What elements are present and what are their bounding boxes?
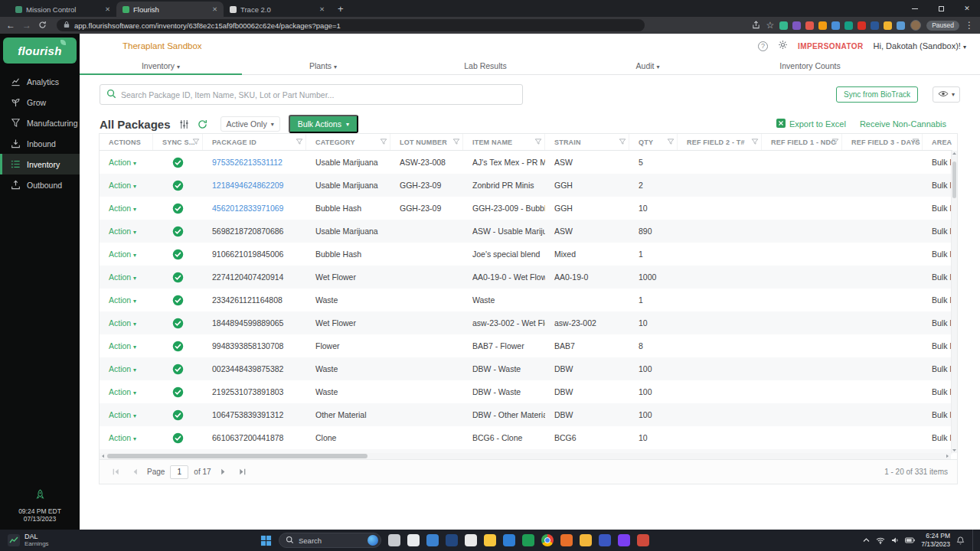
page-number-input[interactable] xyxy=(170,465,188,479)
column-filter-icon[interactable] xyxy=(912,138,920,145)
tab-plants[interactable]: Plants ▾ xyxy=(242,58,404,74)
column-header-ref-field-2[interactable]: REF FIELD 2 - T# xyxy=(678,134,762,150)
column-header-package-id[interactable]: PACKAGE ID xyxy=(203,134,306,150)
window-maximize-button[interactable] xyxy=(928,0,954,17)
tab-inventory[interactable]: Inventory ▾ xyxy=(80,58,242,74)
row-action-button[interactable]: Action ▾ xyxy=(100,311,153,334)
column-visibility-control[interactable]: ▾ xyxy=(933,86,960,103)
search-input[interactable] xyxy=(121,90,516,99)
vertical-scrollbar[interactable] xyxy=(951,151,957,453)
help-icon[interactable]: ? xyxy=(758,41,768,51)
row-action-button[interactable]: Action ▾ xyxy=(100,334,153,357)
taskbar-clock[interactable]: 6:24 PM 7/13/2023 xyxy=(921,532,950,548)
column-header-item-name[interactable]: ITEM NAME xyxy=(463,134,545,150)
column-header-qty[interactable]: QTY xyxy=(629,134,678,150)
sidebar-item-inbound[interactable]: Inbound xyxy=(0,133,80,154)
column-filter-icon[interactable] xyxy=(667,138,675,145)
tab-inventory-counts[interactable]: Inventory Counts ▾ xyxy=(729,58,891,74)
extension-icon[interactable] xyxy=(871,21,879,30)
profile-paused-badge[interactable]: Paused xyxy=(926,21,959,31)
row-action-button[interactable]: Action ▾ xyxy=(100,357,153,380)
address-bar[interactable]: app.flourishsoftware.com/inventory/63f8e… xyxy=(57,19,645,31)
sidebar-item-inventory[interactable]: Inventory xyxy=(0,154,80,174)
tray-chevron-up-icon[interactable] xyxy=(863,538,870,543)
column-filter-icon[interactable] xyxy=(831,138,839,145)
window-minimize-button[interactable] xyxy=(902,0,928,17)
taskbar-app-icon-8[interactable] xyxy=(522,534,534,546)
column-filter-icon[interactable] xyxy=(619,138,626,145)
column-filter-icon[interactable] xyxy=(192,138,200,145)
back-icon[interactable]: ← xyxy=(6,21,15,30)
vertical-scroll-thumb[interactable] xyxy=(952,161,956,198)
column-filter-icon[interactable] xyxy=(296,138,303,145)
package-id-cell[interactable]: 1218494624862209 xyxy=(203,174,306,197)
row-action-button[interactable]: Action ▾ xyxy=(100,151,153,174)
widgets-button[interactable]: DAL Earnings xyxy=(0,530,57,551)
taskbar-app-icon-5[interactable] xyxy=(465,534,477,546)
browser-tab[interactable]: Mission Control ✕ xyxy=(9,2,116,17)
extension-icon[interactable] xyxy=(884,21,892,30)
scroll-left-icon[interactable] xyxy=(101,454,105,458)
column-filter-icon[interactable] xyxy=(452,138,460,145)
column-filter-icon[interactable] xyxy=(751,138,759,145)
column-header-strain[interactable]: STRAIN xyxy=(545,134,629,150)
bookmark-star-icon[interactable]: ☆ xyxy=(766,21,774,30)
taskbar-app-icon-9[interactable] xyxy=(541,534,554,546)
search-highlights-icon[interactable] xyxy=(368,535,378,546)
taskbar-app-icon-2[interactable] xyxy=(407,534,420,546)
row-action-button[interactable]: Action ▾ xyxy=(100,266,153,289)
taskbar-app-icon-14[interactable] xyxy=(637,534,649,546)
window-close-button[interactable]: ✕ xyxy=(954,0,980,17)
row-action-button[interactable]: Action ▾ xyxy=(100,403,153,426)
column-header-ref-field-3[interactable]: REF FIELD 3 - DAYS T... xyxy=(842,134,923,150)
column-filter-icon[interactable] xyxy=(534,138,542,145)
row-action-button[interactable]: Action ▾ xyxy=(100,174,153,197)
column-filter-icon[interactable] xyxy=(380,138,387,145)
notifications-bell-icon[interactable] xyxy=(956,536,965,545)
start-button[interactable] xyxy=(260,535,272,546)
forward-icon[interactable]: → xyxy=(22,21,31,30)
taskbar-app-icon-13[interactable] xyxy=(618,534,630,546)
tab-close-icon[interactable]: ✕ xyxy=(105,5,110,13)
extension-icon[interactable] xyxy=(831,21,840,30)
last-page-button[interactable] xyxy=(236,465,250,479)
tab-close-icon[interactable]: ✕ xyxy=(212,5,217,13)
first-page-button[interactable] xyxy=(109,465,122,479)
row-action-button[interactable]: Action ▾ xyxy=(100,197,153,220)
column-header-area[interactable]: AREA xyxy=(923,134,952,150)
rocket-icon[interactable] xyxy=(34,490,46,503)
row-action-button[interactable]: Action ▾ xyxy=(100,220,153,243)
profile-avatar[interactable] xyxy=(910,20,921,31)
extension-icon[interactable] xyxy=(805,21,814,30)
taskbar-app-icon-6[interactable] xyxy=(484,534,496,546)
sidebar-item-analytics[interactable]: Analytics xyxy=(0,71,80,92)
taskbar-search[interactable]: Search xyxy=(279,533,381,548)
flourish-logo[interactable]: flourish xyxy=(3,37,77,64)
bulk-actions-button[interactable]: Bulk Actions▾ xyxy=(289,115,358,133)
taskbar-app-icon-7[interactable] xyxy=(503,534,515,546)
sidebar-item-outbound[interactable]: Outbound xyxy=(0,174,80,195)
column-header-actions[interactable]: ACTIONS xyxy=(100,134,153,150)
column-header-lot-number[interactable]: LOT NUMBER xyxy=(390,134,463,150)
tab-lab-results[interactable]: Lab Results ▾ xyxy=(404,58,567,74)
column-settings-icon[interactable] xyxy=(179,119,189,129)
taskbar-app-icon-1[interactable] xyxy=(388,534,400,546)
gear-icon[interactable] xyxy=(778,39,788,53)
refresh-icon[interactable] xyxy=(198,119,207,129)
status-filter-dropdown[interactable]: Active Only ▾ xyxy=(220,116,280,132)
extension-icon[interactable] xyxy=(779,21,788,30)
sync-from-biotrack-button[interactable]: Sync from BioTrack xyxy=(836,86,918,103)
row-action-button[interactable]: Action ▾ xyxy=(100,426,153,449)
horizontal-scrollbar[interactable] xyxy=(100,453,951,459)
extension-icon[interactable] xyxy=(858,21,866,30)
tab-close-icon[interactable]: ✕ xyxy=(319,5,325,13)
taskbar-app-icon-4[interactable] xyxy=(446,534,458,546)
row-action-button[interactable]: Action ▾ xyxy=(100,243,153,266)
tab-audit[interactable]: Audit ▾ xyxy=(567,58,729,74)
taskbar-app-icon-3[interactable] xyxy=(426,534,439,546)
export-to-excel-button[interactable]: Export to Excel xyxy=(776,119,846,129)
share-icon[interactable] xyxy=(752,21,760,31)
row-action-button[interactable]: Action ▾ xyxy=(100,380,153,403)
row-action-button[interactable]: Action ▾ xyxy=(100,289,153,311)
taskbar-app-icon-12[interactable] xyxy=(599,534,611,546)
